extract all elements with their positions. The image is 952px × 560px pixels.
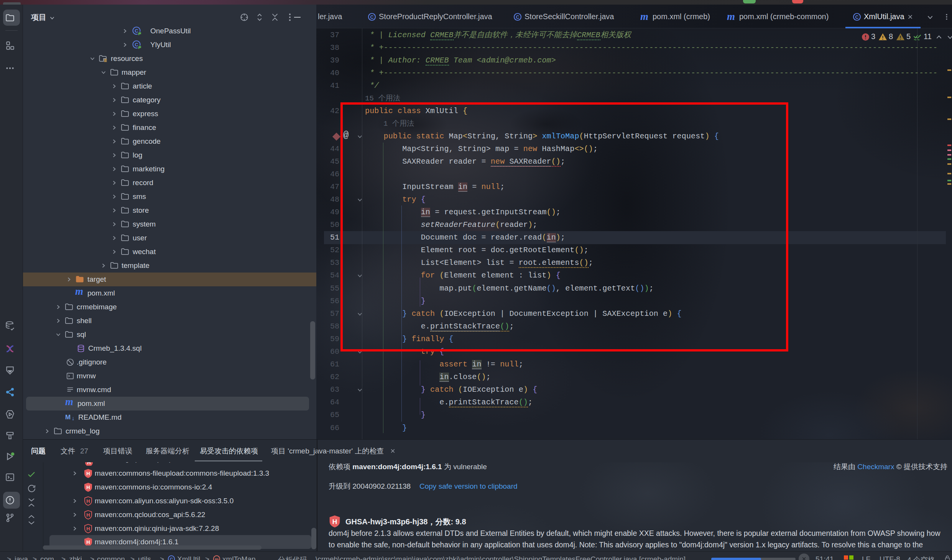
svg-text:C: C [170, 557, 173, 560]
svg-text:m: m [215, 557, 219, 560]
svg-text:C: C [855, 15, 858, 20]
svg-text:H: H [332, 518, 337, 526]
svg-text:C: C [516, 15, 519, 20]
svg-text:C: C [370, 15, 373, 20]
